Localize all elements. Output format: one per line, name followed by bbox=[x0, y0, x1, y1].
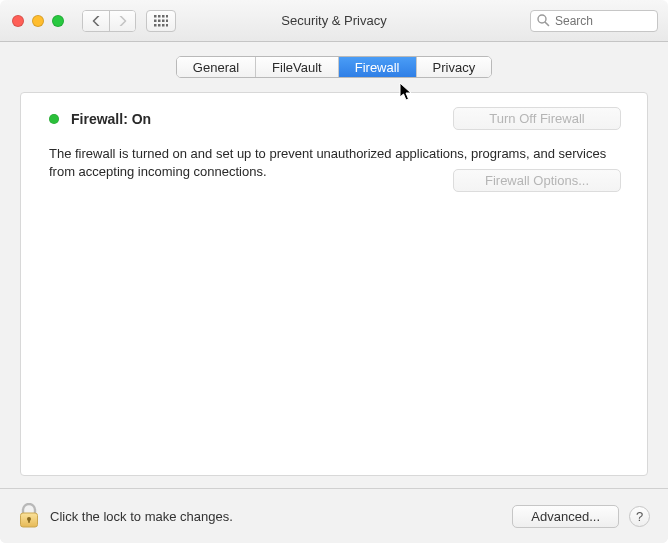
advanced-button[interactable]: Advanced... bbox=[512, 505, 619, 528]
svg-rect-2 bbox=[162, 15, 165, 18]
firewall-panel: Firewall: On Turn Off Firewall The firew… bbox=[20, 92, 648, 476]
status-indicator-on-icon bbox=[49, 114, 59, 124]
turn-off-firewall-button[interactable]: Turn Off Firewall bbox=[453, 107, 621, 130]
grid-icon bbox=[154, 15, 168, 27]
nav-back-forward bbox=[82, 10, 136, 32]
tab-firewall[interactable]: Firewall bbox=[339, 57, 417, 77]
search-field-wrap bbox=[530, 10, 658, 32]
lock-hint-text: Click the lock to make changes. bbox=[50, 509, 233, 524]
forward-button[interactable] bbox=[109, 11, 135, 31]
tab-general[interactable]: General bbox=[177, 57, 256, 77]
window-controls bbox=[12, 15, 64, 27]
firewall-status-label: Firewall: On bbox=[71, 111, 151, 127]
show-all-prefs-button[interactable] bbox=[146, 10, 176, 32]
svg-rect-7 bbox=[166, 19, 168, 22]
firewall-options-button[interactable]: Firewall Options... bbox=[453, 169, 621, 192]
svg-rect-1 bbox=[158, 15, 161, 18]
lock-area[interactable]: Click the lock to make changes. bbox=[18, 503, 233, 529]
svg-rect-11 bbox=[166, 24, 168, 27]
close-window-button[interactable] bbox=[12, 15, 24, 27]
tabs-segmented: General FileVault Firewall Privacy bbox=[176, 56, 492, 78]
svg-rect-8 bbox=[154, 24, 157, 27]
svg-rect-16 bbox=[28, 519, 30, 523]
window-body: General FileVault Firewall Privacy Firew… bbox=[0, 42, 668, 543]
search-icon bbox=[536, 13, 550, 30]
svg-line-13 bbox=[545, 22, 548, 25]
svg-rect-9 bbox=[158, 24, 161, 27]
svg-rect-5 bbox=[158, 19, 161, 22]
tab-bar: General FileVault Firewall Privacy bbox=[0, 42, 668, 78]
zoom-window-button[interactable] bbox=[52, 15, 64, 27]
svg-rect-10 bbox=[162, 24, 165, 27]
svg-rect-4 bbox=[154, 19, 157, 22]
titlebar: Security & Privacy bbox=[0, 0, 668, 42]
minimize-window-button[interactable] bbox=[32, 15, 44, 27]
svg-rect-3 bbox=[166, 15, 168, 18]
lock-icon bbox=[18, 503, 40, 529]
tab-filevault[interactable]: FileVault bbox=[256, 57, 339, 77]
back-button[interactable] bbox=[83, 11, 109, 31]
tab-privacy[interactable]: Privacy bbox=[417, 57, 492, 77]
help-button[interactable]: ? bbox=[629, 506, 650, 527]
footer-bar: Click the lock to make changes. Advanced… bbox=[0, 488, 668, 543]
svg-rect-6 bbox=[162, 19, 165, 22]
svg-rect-0 bbox=[154, 15, 157, 18]
